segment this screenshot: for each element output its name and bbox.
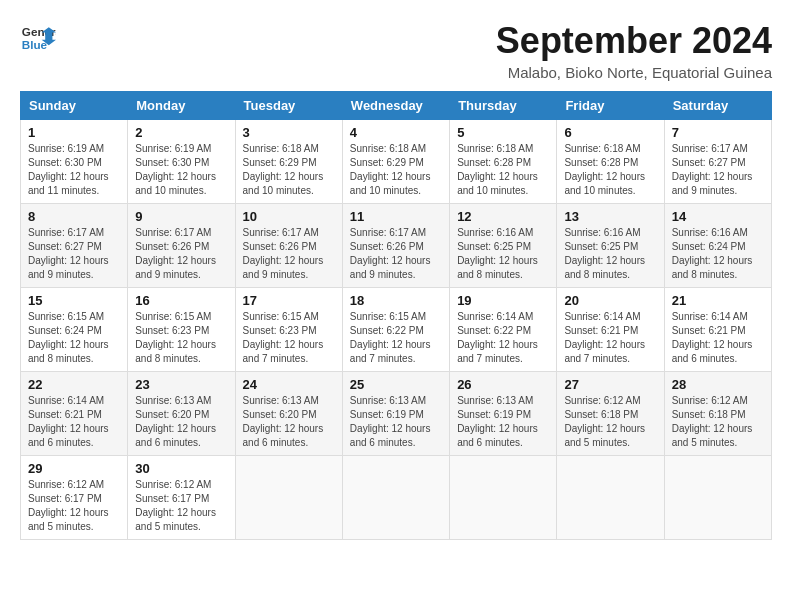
day-cell-empty [342,456,449,540]
day-info-20: Sunrise: 6:14 AMSunset: 6:21 PMDaylight:… [564,310,656,366]
day-number-15: 15 [28,293,120,308]
week-row-4: 22Sunrise: 6:14 AMSunset: 6:21 PMDayligh… [21,372,772,456]
day-number-12: 12 [457,209,549,224]
header-saturday: Saturday [664,92,771,120]
day-info-9: Sunrise: 6:17 AMSunset: 6:26 PMDaylight:… [135,226,227,282]
day-number-14: 14 [672,209,764,224]
header-sunday: Sunday [21,92,128,120]
day-cell-7: 7Sunrise: 6:17 AMSunset: 6:27 PMDaylight… [664,120,771,204]
day-cell-11: 11Sunrise: 6:17 AMSunset: 6:26 PMDayligh… [342,204,449,288]
day-number-26: 26 [457,377,549,392]
day-cell-6: 6Sunrise: 6:18 AMSunset: 6:28 PMDaylight… [557,120,664,204]
header-wednesday: Wednesday [342,92,449,120]
week-row-5: 29Sunrise: 6:12 AMSunset: 6:17 PMDayligh… [21,456,772,540]
day-info-24: Sunrise: 6:13 AMSunset: 6:20 PMDaylight:… [243,394,335,450]
day-number-16: 16 [135,293,227,308]
day-cell-empty [664,456,771,540]
day-cell-28: 28Sunrise: 6:12 AMSunset: 6:18 PMDayligh… [664,372,771,456]
day-number-1: 1 [28,125,120,140]
day-info-18: Sunrise: 6:15 AMSunset: 6:22 PMDaylight:… [350,310,442,366]
day-cell-13: 13Sunrise: 6:16 AMSunset: 6:25 PMDayligh… [557,204,664,288]
day-cell-empty [450,456,557,540]
header-monday: Monday [128,92,235,120]
day-cell-24: 24Sunrise: 6:13 AMSunset: 6:20 PMDayligh… [235,372,342,456]
day-number-11: 11 [350,209,442,224]
day-cell-3: 3Sunrise: 6:18 AMSunset: 6:29 PMDaylight… [235,120,342,204]
day-info-25: Sunrise: 6:13 AMSunset: 6:19 PMDaylight:… [350,394,442,450]
day-info-14: Sunrise: 6:16 AMSunset: 6:24 PMDaylight:… [672,226,764,282]
day-cell-9: 9Sunrise: 6:17 AMSunset: 6:26 PMDaylight… [128,204,235,288]
day-info-16: Sunrise: 6:15 AMSunset: 6:23 PMDaylight:… [135,310,227,366]
day-cell-4: 4Sunrise: 6:18 AMSunset: 6:29 PMDaylight… [342,120,449,204]
week-row-3: 15Sunrise: 6:15 AMSunset: 6:24 PMDayligh… [21,288,772,372]
day-number-9: 9 [135,209,227,224]
week-row-2: 8Sunrise: 6:17 AMSunset: 6:27 PMDaylight… [21,204,772,288]
day-info-28: Sunrise: 6:12 AMSunset: 6:18 PMDaylight:… [672,394,764,450]
day-info-22: Sunrise: 6:14 AMSunset: 6:21 PMDaylight:… [28,394,120,450]
header-tuesday: Tuesday [235,92,342,120]
day-number-6: 6 [564,125,656,140]
day-number-23: 23 [135,377,227,392]
day-cell-12: 12Sunrise: 6:16 AMSunset: 6:25 PMDayligh… [450,204,557,288]
location-title: Malabo, Bioko Norte, Equatorial Guinea [496,64,772,81]
header-friday: Friday [557,92,664,120]
day-number-17: 17 [243,293,335,308]
header-thursday: Thursday [450,92,557,120]
day-info-5: Sunrise: 6:18 AMSunset: 6:28 PMDaylight:… [457,142,549,198]
day-number-10: 10 [243,209,335,224]
day-cell-8: 8Sunrise: 6:17 AMSunset: 6:27 PMDaylight… [21,204,128,288]
day-cell-17: 17Sunrise: 6:15 AMSunset: 6:23 PMDayligh… [235,288,342,372]
day-cell-27: 27Sunrise: 6:12 AMSunset: 6:18 PMDayligh… [557,372,664,456]
day-number-13: 13 [564,209,656,224]
day-info-30: Sunrise: 6:12 AMSunset: 6:17 PMDaylight:… [135,478,227,534]
day-cell-22: 22Sunrise: 6:14 AMSunset: 6:21 PMDayligh… [21,372,128,456]
day-info-10: Sunrise: 6:17 AMSunset: 6:26 PMDaylight:… [243,226,335,282]
day-cell-29: 29Sunrise: 6:12 AMSunset: 6:17 PMDayligh… [21,456,128,540]
page-header: General Blue General Blue September 2024… [20,20,772,81]
day-cell-empty [235,456,342,540]
day-info-7: Sunrise: 6:17 AMSunset: 6:27 PMDaylight:… [672,142,764,198]
day-number-19: 19 [457,293,549,308]
day-number-27: 27 [564,377,656,392]
day-cell-30: 30Sunrise: 6:12 AMSunset: 6:17 PMDayligh… [128,456,235,540]
week-row-1: 1Sunrise: 6:19 AMSunset: 6:30 PMDaylight… [21,120,772,204]
day-info-2: Sunrise: 6:19 AMSunset: 6:30 PMDaylight:… [135,142,227,198]
day-cell-16: 16Sunrise: 6:15 AMSunset: 6:23 PMDayligh… [128,288,235,372]
day-info-19: Sunrise: 6:14 AMSunset: 6:22 PMDaylight:… [457,310,549,366]
day-info-26: Sunrise: 6:13 AMSunset: 6:19 PMDaylight:… [457,394,549,450]
day-number-2: 2 [135,125,227,140]
day-number-3: 3 [243,125,335,140]
day-info-11: Sunrise: 6:17 AMSunset: 6:26 PMDaylight:… [350,226,442,282]
day-number-22: 22 [28,377,120,392]
day-cell-26: 26Sunrise: 6:13 AMSunset: 6:19 PMDayligh… [450,372,557,456]
day-cell-14: 14Sunrise: 6:16 AMSunset: 6:24 PMDayligh… [664,204,771,288]
logo-icon: General Blue [20,20,56,56]
calendar-table: Sunday Monday Tuesday Wednesday Thursday… [20,91,772,540]
day-number-5: 5 [457,125,549,140]
day-info-6: Sunrise: 6:18 AMSunset: 6:28 PMDaylight:… [564,142,656,198]
day-cell-19: 19Sunrise: 6:14 AMSunset: 6:22 PMDayligh… [450,288,557,372]
day-info-13: Sunrise: 6:16 AMSunset: 6:25 PMDaylight:… [564,226,656,282]
day-number-8: 8 [28,209,120,224]
day-info-17: Sunrise: 6:15 AMSunset: 6:23 PMDaylight:… [243,310,335,366]
weekday-header-row: Sunday Monday Tuesday Wednesday Thursday… [21,92,772,120]
day-cell-15: 15Sunrise: 6:15 AMSunset: 6:24 PMDayligh… [21,288,128,372]
day-info-3: Sunrise: 6:18 AMSunset: 6:29 PMDaylight:… [243,142,335,198]
day-cell-5: 5Sunrise: 6:18 AMSunset: 6:28 PMDaylight… [450,120,557,204]
day-number-29: 29 [28,461,120,476]
day-number-4: 4 [350,125,442,140]
svg-text:Blue: Blue [22,38,48,51]
day-cell-empty [557,456,664,540]
day-info-8: Sunrise: 6:17 AMSunset: 6:27 PMDaylight:… [28,226,120,282]
day-info-4: Sunrise: 6:18 AMSunset: 6:29 PMDaylight:… [350,142,442,198]
day-number-28: 28 [672,377,764,392]
day-cell-18: 18Sunrise: 6:15 AMSunset: 6:22 PMDayligh… [342,288,449,372]
day-cell-20: 20Sunrise: 6:14 AMSunset: 6:21 PMDayligh… [557,288,664,372]
day-info-12: Sunrise: 6:16 AMSunset: 6:25 PMDaylight:… [457,226,549,282]
logo: General Blue General Blue [20,20,56,56]
title-block: September 2024 Malabo, Bioko Norte, Equa… [496,20,772,81]
day-number-30: 30 [135,461,227,476]
day-info-21: Sunrise: 6:14 AMSunset: 6:21 PMDaylight:… [672,310,764,366]
day-number-25: 25 [350,377,442,392]
day-cell-25: 25Sunrise: 6:13 AMSunset: 6:19 PMDayligh… [342,372,449,456]
